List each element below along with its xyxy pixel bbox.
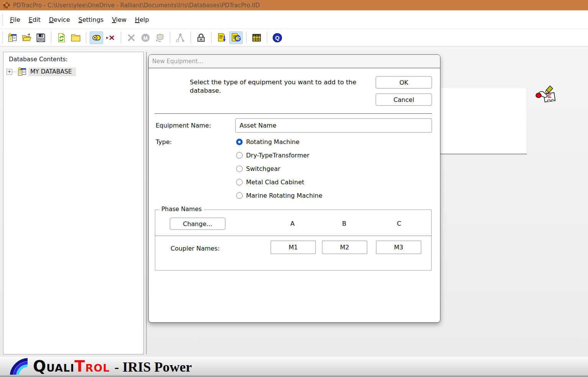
sort-list-button[interactable] <box>215 31 228 44</box>
brand-iris-power: - IRIS Power <box>115 359 192 375</box>
cancel-button[interactable]: Cancel <box>376 93 432 106</box>
toolbar-items: MAQ <box>6 31 284 44</box>
toolbar-separator <box>211 32 212 43</box>
type-radio-group: Rotating MachineDry-TypeTransformerSwitc… <box>236 138 322 205</box>
open-database-button[interactable] <box>20 31 33 44</box>
tree-expand-icon[interactable]: + <box>7 69 12 75</box>
coupler-name-input-3[interactable] <box>376 241 421 254</box>
radio-option-switchgear[interactable]: Switchgear <box>236 164 322 173</box>
type-label: Type: <box>156 138 172 146</box>
radio-option-label: Switchgear <box>246 165 280 172</box>
menu-item-help[interactable]: Help <box>131 14 153 25</box>
toolbar: MAQ <box>0 29 588 46</box>
table-view-button[interactable] <box>250 31 263 44</box>
help-button[interactable]: Q <box>271 31 284 44</box>
tree-connector <box>12 72 17 72</box>
radio-option-label: Rotating Machine <box>246 138 299 146</box>
toolbar-separator <box>121 32 121 43</box>
menu-bar: FileEditDeviceSettingsViewHelp <box>0 10 588 29</box>
coupler-names-label: Coupler Names: <box>171 245 220 252</box>
brand-trol: TROL <box>74 357 110 375</box>
tree-item-my-database[interactable]: + MY DATABASE <box>7 67 143 77</box>
coupler-name-input-2[interactable] <box>322 241 367 254</box>
radio-option-metal-clad-cabinet[interactable]: Metal Clad Cabinet <box>236 178 322 187</box>
background-panel <box>439 88 527 154</box>
database-contents-panel: Database Contents: + MY DATABASE <box>3 52 144 354</box>
footer-bottom-strip <box>0 375 588 377</box>
lock-button[interactable]: A <box>194 31 208 44</box>
coupler-name-input-1[interactable] <box>271 241 316 254</box>
ok-button[interactable]: OK <box>376 76 432 89</box>
menu-item-edit[interactable]: Edit <box>25 14 45 25</box>
toolbar-separator <box>191 32 191 43</box>
phase-column-header-a: A <box>281 220 304 227</box>
hand-pencil-cursor-icon <box>535 85 557 107</box>
equipment-name-label: Equipment Name: <box>156 122 211 129</box>
menu-item-device[interactable]: Device <box>45 14 74 25</box>
new-equipment-dialog: New Equipment... Select the type of equi… <box>148 54 440 323</box>
radio-selected-icon[interactable] <box>236 139 243 145</box>
radio-unselected-icon[interactable] <box>236 192 243 199</box>
network-view-button <box>174 31 187 44</box>
menu-item-file[interactable]: File <box>6 14 25 25</box>
toolbar-separator <box>246 32 246 43</box>
refresh-database-button[interactable] <box>55 31 68 44</box>
save-database-button[interactable] <box>34 31 48 44</box>
toolbar-separator <box>267 32 267 43</box>
dialog-titlebar[interactable]: New Equipment... <box>149 55 440 68</box>
groupbox-separator <box>155 236 431 236</box>
radio-unselected-icon[interactable] <box>236 179 243 185</box>
radio-option-label: Metal Clad Cabinet <box>246 179 304 186</box>
toolbar-separator <box>86 32 86 43</box>
svg-text:Q: Q <box>275 35 279 41</box>
phase-names-legend: Phase Names <box>159 206 204 213</box>
dialog-instruction: Select the type of equipment you want to… <box>190 78 363 95</box>
phase-names-groupbox: Phase Names Change... ABC Coupler Names: <box>155 210 432 270</box>
equipment-name-input[interactable] <box>235 118 432 133</box>
window-title: PDTracPro - C:\Users\ylee\OneDrive - Ral… <box>13 2 260 9</box>
phase-column-header-b: B <box>333 220 356 227</box>
footer-brand-bar: QUALITROL- IRIS Power <box>0 356 588 375</box>
radio-option-rotating-machine[interactable]: Rotating Machine <box>236 138 322 146</box>
change-button[interactable]: Change... <box>170 218 225 230</box>
toolbar-grip-handle[interactable] <box>2 32 3 43</box>
dialog-separator <box>154 113 432 114</box>
brand-quali: QUALI <box>33 357 74 375</box>
panel-splitter[interactable] <box>146 52 147 354</box>
radio-option-label: Dry-TypeTransformer <box>246 152 309 159</box>
svg-text:A: A <box>200 37 202 41</box>
phase-column-header-c: C <box>388 220 411 227</box>
machine-button: M <box>139 31 152 44</box>
svg-text:M: M <box>143 35 148 41</box>
window-titlebar[interactable]: PDTracPro - C:\Users\ylee\OneDrive - Ral… <box>0 0 588 10</box>
qualitrol-logo-icon <box>10 357 28 375</box>
delete-coupler-button[interactable] <box>104 31 117 44</box>
radio-unselected-icon[interactable] <box>236 152 243 159</box>
add-coupler-button[interactable] <box>90 31 103 44</box>
new-database-button[interactable] <box>6 31 19 44</box>
toolbar-separator <box>51 32 51 43</box>
app-icon <box>3 2 10 8</box>
database-contents-header: Database Contents: <box>3 52 143 66</box>
brand-text: QUALITROL- IRIS Power <box>33 357 192 375</box>
radio-option-label: Marine Rotating Machine <box>246 192 322 199</box>
menu-items: FileEditDeviceSettingsViewHelp <box>6 14 153 25</box>
toolbar-separator <box>170 32 170 43</box>
radio-unselected-icon[interactable] <box>236 166 243 172</box>
rotate-list-button[interactable] <box>229 31 243 44</box>
menu-item-settings[interactable]: Settings <box>74 14 108 25</box>
folder-button[interactable] <box>69 31 82 44</box>
database-icon <box>17 67 27 77</box>
radio-option-marine-rotating-machine[interactable]: Marine Rotating Machine <box>236 191 322 200</box>
copy-database-button <box>153 31 166 44</box>
cut-button <box>125 31 138 44</box>
radio-option-dry-typetransformer[interactable]: Dry-TypeTransformer <box>236 151 322 160</box>
menu-item-view[interactable]: View <box>108 14 131 25</box>
menu-grip-handle[interactable] <box>2 14 3 25</box>
tree-item-label: MY DATABASE <box>28 67 76 76</box>
